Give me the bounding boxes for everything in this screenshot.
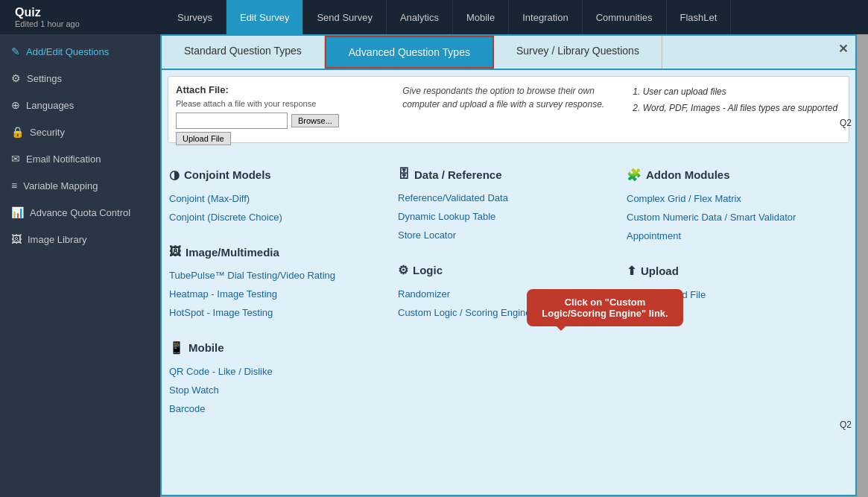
mobile-title: 📱 Mobile xyxy=(169,341,390,355)
complex-grid[interactable]: Complex Grid / Flex Matrix xyxy=(627,189,848,208)
tab-communities[interactable]: Communities xyxy=(583,0,667,34)
addon-items: Complex Grid / Flex Matrix Custom Numeri… xyxy=(627,189,848,245)
conjoint-items: Conjoint (Max-Diff) Conjoint (Discrete C… xyxy=(169,189,390,227)
sidebar-item-security[interactable]: 🔒 Security xyxy=(0,118,160,145)
quiz-header: Quiz Edited 1 hour ago xyxy=(0,0,164,34)
q2-label-bottom: Q2 xyxy=(840,420,852,430)
upload-button[interactable]: Upload File xyxy=(176,132,231,145)
sidebar-label-security: Security xyxy=(30,127,65,138)
sidebar: ✎ Add/Edit Questions ⚙ Settings ⊕ Langua… xyxy=(0,34,160,497)
modal-content: ◑ Conjoint Models Conjoint (Max-Diff) Co… xyxy=(162,149,855,497)
sidebar-label-variable: Variable Mapping xyxy=(23,180,98,191)
modal-tab-survey-library[interactable]: Survey / Library Questions xyxy=(494,36,662,69)
data-ref-icon: 🗄 xyxy=(398,168,410,181)
tab-mobile[interactable]: Mobile xyxy=(453,0,509,34)
store-locator[interactable]: Store Locator xyxy=(398,226,619,244)
mobile-section: 📱 Mobile QR Code - Like / Dislike Stop W… xyxy=(169,341,390,418)
tab-surveys[interactable]: Surveys xyxy=(164,0,226,34)
main-layout: ✎ Add/Edit Questions ⚙ Settings ⊕ Langua… xyxy=(0,34,868,497)
data-ref-section: 🗄 Data / Reference Reference/Validated D… xyxy=(398,168,619,244)
feature-1: User can upload files xyxy=(643,84,841,101)
image-lib-icon: 🖼 xyxy=(11,233,22,245)
image-section: 🖼 Image/Multimedia TubePulse™ Dial Testi… xyxy=(169,245,390,322)
sidebar-label-email: Email Notification xyxy=(26,153,101,165)
sidebar-item-add-edit-questions[interactable]: ✎ Add/Edit Questions xyxy=(0,38,160,65)
tab-flashlet[interactable]: FlashLet xyxy=(667,0,732,34)
modal-tabs: Standard Question Types Advanced Questio… xyxy=(162,36,855,70)
conjoint-section: ◑ Conjoint Models Conjoint (Max-Diff) Co… xyxy=(169,168,390,227)
logic-title: ⚙ Logic xyxy=(398,263,619,277)
appointment[interactable]: Appointment xyxy=(627,227,848,245)
file-attach-features: User can upload files Word, PDF, Images … xyxy=(630,84,841,116)
q2-label-top: Q2 xyxy=(840,118,852,128)
languages-icon: ⊕ xyxy=(11,99,20,111)
addon-section: 🧩 Addon Modules Complex Grid / Flex Matr… xyxy=(627,168,848,245)
attach-file-label: Attach File: xyxy=(176,84,387,95)
sidebar-item-advance-quota[interactable]: 📊 Advance Quota Control xyxy=(0,199,160,226)
nav-tabs: Surveys Edit Survey Send Survey Analytic… xyxy=(164,0,731,34)
mobile-items: QR Code - Like / Dislike Stop Watch Barc… xyxy=(169,362,390,418)
edit-icon: ✎ xyxy=(11,45,20,57)
data-ref-items: Reference/Validated Data Dynamic Lookup … xyxy=(398,189,619,244)
ref-validated[interactable]: Reference/Validated Data xyxy=(398,189,619,207)
tab-integration[interactable]: Integration xyxy=(509,0,582,34)
close-button[interactable]: ✕ xyxy=(838,42,848,56)
conjoint-maxdiff[interactable]: Conjoint (Max-Diff) xyxy=(169,189,390,208)
conjoint-title: ◑ Conjoint Models xyxy=(169,168,390,182)
modal-tab-standard[interactable]: Standard Question Types xyxy=(162,36,325,69)
file-attach-preview: Attach File: Please attach a file with y… xyxy=(168,76,849,143)
browse-button[interactable]: Browse... xyxy=(291,114,339,127)
section-grid: ◑ Conjoint Models Conjoint (Max-Diff) Co… xyxy=(169,156,848,422)
file-attach-left: Attach File: Please attach a file with y… xyxy=(176,84,387,145)
sidebar-label-image-lib: Image Library xyxy=(28,234,86,245)
quota-icon: 📊 xyxy=(11,206,24,218)
image-items: TubePulse™ Dial Testing/Video Rating Hea… xyxy=(169,266,390,322)
tab-analytics[interactable]: Analytics xyxy=(387,0,453,34)
hotspot[interactable]: HotSpot - Image Testing xyxy=(169,303,390,322)
conjoint-icon: ◑ xyxy=(169,168,180,182)
conjoint-discrete[interactable]: Conjoint (Discrete Choice) xyxy=(169,208,390,227)
sidebar-item-email-notification[interactable]: ✉ Email Notification xyxy=(0,145,160,172)
upload-title: ⬆ Upload xyxy=(627,264,848,278)
feature-2: Word, PDF, Images - All files types are … xyxy=(643,101,841,117)
sidebar-label-quota: Advance Quota Control xyxy=(30,207,130,218)
variable-icon: ≡ xyxy=(11,180,17,191)
tubepulse[interactable]: TubePulse™ Dial Testing/Video Rating xyxy=(169,266,390,285)
settings-icon: ⚙ xyxy=(11,72,21,84)
file-input-box[interactable] xyxy=(176,113,288,129)
barcode[interactable]: Barcode xyxy=(169,399,390,418)
sidebar-item-settings[interactable]: ⚙ Settings xyxy=(0,65,160,92)
upload-icon: ⬆ xyxy=(627,264,636,278)
advanced-question-modal: ✕ Standard Question Types Advanced Quest… xyxy=(160,34,857,496)
stop-watch[interactable]: Stop Watch xyxy=(169,381,390,399)
modal-overlay: ✕ Standard Question Types Advanced Quest… xyxy=(160,34,868,497)
security-icon: 🔒 xyxy=(11,126,24,138)
data-ref-title: 🗄 Data / Reference xyxy=(398,168,619,181)
qr-code[interactable]: QR Code - Like / Dislike xyxy=(169,362,390,381)
image-title: 🖼 Image/Multimedia xyxy=(169,245,390,259)
modal-tab-advanced[interactable]: Advanced Question Types xyxy=(325,36,494,69)
attach-file-subtitle: Please attach a file with your response xyxy=(176,99,387,108)
tab-send-survey[interactable]: Send Survey xyxy=(303,0,386,34)
sidebar-item-image-library[interactable]: 🖼 Image Library xyxy=(0,226,160,253)
quiz-title: Quiz xyxy=(15,6,149,19)
logic-icon: ⚙ xyxy=(398,263,408,277)
tab-edit-survey[interactable]: Edit Survey xyxy=(226,0,303,34)
sidebar-item-variable-mapping[interactable]: ≡ Variable Mapping xyxy=(0,172,160,199)
file-attach-description: Give respondants the option to browse th… xyxy=(402,84,614,111)
sidebar-label-add-edit: Add/Edit Questions xyxy=(26,46,109,57)
addon-icon: 🧩 xyxy=(627,168,642,182)
content-area: ✕ Standard Question Types Advanced Quest… xyxy=(160,34,868,497)
custom-numeric[interactable]: Custom Numeric Data / Smart Validator xyxy=(627,208,848,227)
mobile-icon: 📱 xyxy=(169,341,184,355)
file-input-row: Browse... xyxy=(176,113,387,129)
col-1: ◑ Conjoint Models Conjoint (Max-Diff) Co… xyxy=(169,156,390,422)
quiz-subtitle: Edited 1 hour ago xyxy=(15,19,149,28)
image-mm-icon: 🖼 xyxy=(169,245,181,259)
tooltip-text: Click on "Custom Logic/Scoring Engine" l… xyxy=(542,297,668,319)
email-icon: ✉ xyxy=(11,153,20,165)
heatmap[interactable]: Heatmap - Image Testing xyxy=(169,285,390,303)
dynamic-lookup[interactable]: Dynamic Lookup Table xyxy=(398,207,619,226)
sidebar-item-languages[interactable]: ⊕ Languages xyxy=(0,92,160,118)
tooltip-callout: Click on "Custom Logic/Scoring Engine" l… xyxy=(527,289,683,326)
